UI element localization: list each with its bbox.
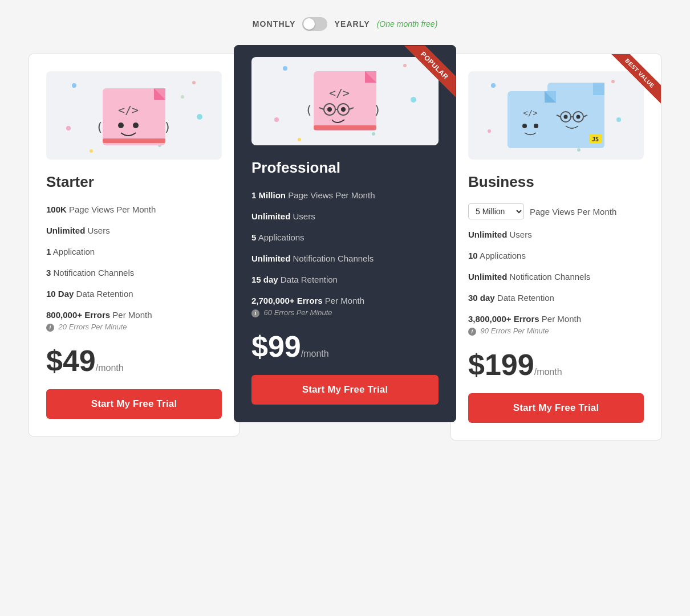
svg-text:): ) [164,120,171,134]
svg-point-16 [283,66,287,71]
professional-price: $99 [251,330,301,363]
business-price: $199 [468,348,534,381]
svg-point-36 [491,83,496,88]
svg-text:(: ( [96,120,103,134]
popular-ribbon: POPULAR [393,46,456,108]
business-info-icon: i [468,328,476,336]
starter-feature-pageviews: 100K Page Views Per Month [46,203,222,215]
starter-info-icon: i [46,324,54,332]
svg-point-5 [90,149,93,153]
starter-price: $49 [46,344,96,377]
business-pageviews-select[interactable]: 5 Million 10 Million 25 Million [468,203,524,219]
professional-info-icon: i [251,309,259,317]
billing-toggle-switch[interactable] [302,17,327,31]
business-feature-errors: 3,800,000+ Errors Per Month i 90 Errors … [468,313,644,336]
professional-feature-errors: 2,700,000+ Errors Per Month i 60 Errors … [251,295,439,318]
svg-text:</>: </> [329,86,350,100]
svg-point-6 [181,95,184,99]
svg-point-0 [72,83,76,88]
professional-period: /month [301,349,329,358]
professional-cta-button[interactable]: Start My Free Trial [251,375,439,405]
professional-feature-retention: 15 day Data Retention [251,274,439,285]
starter-plan-name: Starter [46,173,222,191]
svg-point-31 [327,107,332,112]
business-pageviews-label: Page Views Per Month [530,207,616,217]
professional-price-area: $99/month [251,332,439,361]
starter-feature-channels: 3 Notification Channels [46,267,222,279]
business-cta-button[interactable]: Start My Free Trial [468,393,644,423]
svg-text:(: ( [305,103,312,117]
starter-feature-errors: 800,000+ Errors Per Month i 20 Errors Pe… [46,309,222,332]
svg-point-19 [274,117,279,122]
svg-point-20 [372,132,375,136]
svg-point-48 [534,124,538,128]
starter-card: </> ( ) Starter 100K Page Views Per Mont… [29,54,240,436]
svg-point-3 [66,126,71,130]
svg-point-12 [133,123,139,128]
starter-feature-retention: 10 Day Data Retention [46,288,222,300]
starter-cta-button[interactable]: Start My Free Trial [46,389,222,419]
yearly-label: YEARLY [334,19,370,28]
svg-point-2 [197,114,202,120]
business-feature-channels: Unlimited Notification Channels [468,271,644,283]
best-value-ribbon: BEST VALUE [598,54,661,117]
billing-toggle-row: MONTHLY YEARLY (One month free) [253,17,438,31]
svg-point-55 [577,115,581,119]
starter-price-area: $49/month [46,346,222,376]
svg-point-38 [616,117,621,122]
svg-text:JS: JS [592,136,599,142]
pricing-cards-container: </> ( ) Starter 100K Page Views Per Mont… [14,54,676,440]
yearly-note: (One month free) [377,19,438,28]
starter-feature-users: Unlimited Users [46,225,222,236]
svg-point-32 [341,107,346,112]
business-plan-name: Business [468,173,644,191]
business-feature-retention: 30 day Data Retention [468,292,644,304]
best-value-ribbon-label: BEST VALUE [609,54,661,104]
professional-feature-apps: 5 Applications [251,231,439,243]
svg-point-54 [564,115,568,119]
professional-feature-channels: Unlimited Notification Channels [251,252,439,264]
svg-point-21 [298,138,301,141]
svg-point-39 [488,129,491,133]
starter-character-svg: </> ( ) [46,71,222,160]
professional-plan-name: Professional [251,159,439,177]
business-feature-users: Unlimited Users [468,229,644,240]
monthly-label: MONTHLY [253,19,296,28]
svg-point-1 [192,81,196,84]
business-pageviews-row: 5 Million 10 Million 25 Million Page Vie… [468,203,644,219]
business-feature-apps: 10 Applications [468,250,644,262]
business-price-area: $199/month [468,350,644,380]
business-card: BEST VALUE </> [450,54,661,440]
svg-point-11 [118,123,124,128]
starter-period: /month [96,363,124,373]
popular-ribbon-label: POPULAR [403,46,456,97]
svg-text:): ) [374,103,381,117]
professional-feature-pageviews: 1 Million Page Views Per Month [251,189,439,201]
starter-illustration: </> ( ) [46,71,222,160]
business-period: /month [534,367,562,377]
svg-text:</>: </> [118,103,139,117]
svg-point-47 [522,124,527,128]
starter-feature-apps: 1 Application [46,246,222,258]
professional-feature-users: Unlimited Users [251,210,439,222]
svg-text:</>: </> [523,108,537,117]
svg-rect-15 [103,138,165,143]
toggle-thumb [303,18,315,30]
svg-point-40 [577,148,581,152]
svg-rect-35 [314,125,376,130]
professional-card: POPULAR </> [234,45,456,422]
